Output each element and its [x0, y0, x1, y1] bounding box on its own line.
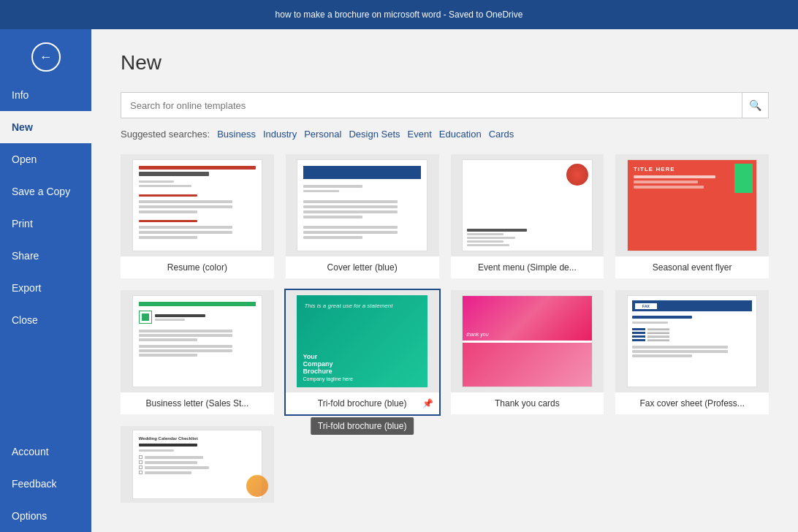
sidebar-item-account[interactable]: Account: [0, 436, 91, 468]
template-label-biz-letter: Business letter (Sales St...: [121, 392, 274, 414]
template-label-resume: Resume (color): [121, 256, 274, 278]
template-card-resume[interactable]: Resume (color): [121, 154, 274, 278]
template-card-calendar[interactable]: Wedding Calendar Checklist: [121, 426, 274, 503]
template-card-seasonal[interactable]: TITLE HERE Seasonal event flyer: [615, 154, 769, 278]
sidebar-item-open[interactable]: Open: [0, 143, 91, 175]
sidebar-item-info[interactable]: Info: [0, 79, 91, 111]
sidebar-item-share[interactable]: Share: [0, 240, 91, 272]
page-title: New: [121, 51, 769, 75]
sidebar-item-print[interactable]: Print: [0, 208, 91, 240]
template-card-cover[interactable]: Cover letter (blue): [286, 154, 439, 278]
template-thumb-event-menu: [451, 154, 604, 256]
template-label-trifold: Tri-fold brochure (blue): [286, 392, 439, 414]
suggested-event[interactable]: Event: [408, 129, 432, 140]
template-thumb-fax: FAX: [615, 290, 769, 392]
search-input[interactable]: [121, 92, 742, 118]
template-grid: Resume (color): [121, 154, 769, 503]
template-thumb-resume: [121, 154, 274, 256]
suggested-personal[interactable]: Personal: [304, 129, 341, 140]
suggested-cards[interactable]: Cards: [489, 129, 514, 140]
search-icon: 🔍: [749, 99, 761, 111]
sidebar-item-feedback[interactable]: Feedback: [0, 468, 91, 500]
template-thumb-calendar: Wedding Calendar Checklist: [121, 426, 274, 503]
template-card-trifold[interactable]: This is a great use for a statement Your…: [286, 290, 439, 414]
sidebar: ← Info New Open Save a Copy Print Share …: [0, 29, 91, 532]
suggested-searches: Suggested searches: Business Industry Pe…: [121, 129, 769, 140]
suggested-industry[interactable]: Industry: [263, 129, 297, 140]
suggested-business[interactable]: Business: [217, 129, 256, 140]
template-card-fax[interactable]: FAX: [615, 290, 769, 414]
template-thumb-seasonal: TITLE HERE: [615, 154, 769, 256]
title-bar: how to make a brochure on microsoft word…: [0, 0, 798, 29]
trifold-tooltip: Tri-fold brochure (blue): [311, 417, 414, 435]
template-card-thankyou[interactable]: thank you Thank you cards: [451, 290, 604, 414]
pin-icon: 📌: [422, 398, 433, 408]
template-card-biz-letter[interactable]: Business letter (Sales St...: [121, 290, 274, 414]
template-thumb-trifold: This is a great use for a statement Your…: [286, 290, 439, 392]
sidebar-item-export[interactable]: Export: [0, 272, 91, 304]
search-button[interactable]: 🔍: [742, 92, 769, 118]
sidebar-item-close[interactable]: Close: [0, 304, 91, 336]
suggested-education[interactable]: Education: [439, 129, 482, 140]
sidebar-item-save-copy[interactable]: Save a Copy: [0, 175, 91, 208]
template-card-event-menu[interactable]: Event menu (Simple de...: [451, 154, 604, 278]
sidebar-item-options[interactable]: Options: [0, 500, 91, 532]
template-thumb-thankyou: thank you: [451, 290, 604, 392]
template-thumb-biz-letter: [121, 290, 274, 392]
sidebar-item-new[interactable]: New: [0, 111, 91, 143]
back-button[interactable]: ←: [31, 42, 61, 72]
template-label-seasonal: Seasonal event flyer: [615, 256, 769, 278]
search-bar-row: 🔍: [121, 92, 769, 118]
template-label-event-menu: Event menu (Simple de...: [451, 256, 604, 278]
title-text: how to make a brochure on microsoft word…: [276, 10, 523, 20]
template-label-fax: Fax cover sheet (Profess...: [615, 392, 769, 414]
template-thumb-cover: [286, 154, 439, 256]
template-label-thankyou: Thank you cards: [451, 392, 604, 414]
back-icon: ←: [39, 50, 53, 65]
suggested-label: Suggested searches:: [121, 129, 210, 140]
main-content: New 🔍 Suggested searches: Business Indus…: [91, 29, 798, 532]
template-label-cover: Cover letter (blue): [286, 256, 439, 278]
suggested-design-sets[interactable]: Design Sets: [349, 129, 400, 140]
